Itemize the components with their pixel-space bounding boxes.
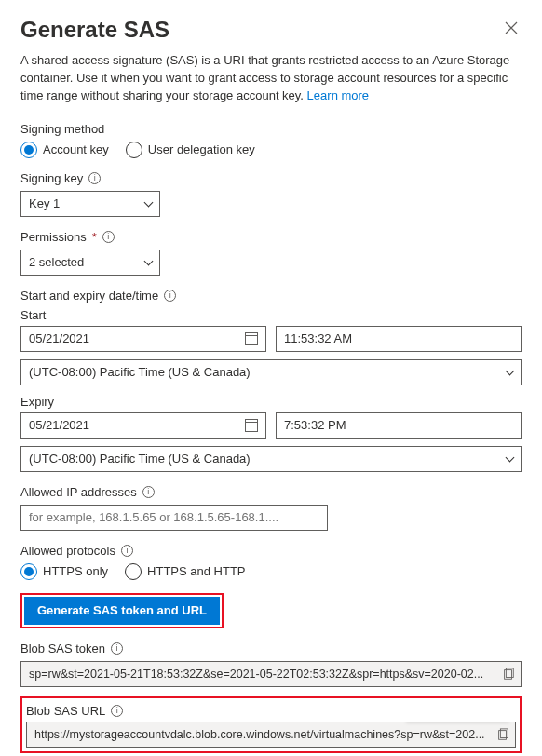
datetime-section-label: Start and expiry date/time bbox=[20, 289, 158, 303]
radio-account-key-label: Account key bbox=[43, 142, 109, 156]
expiry-timezone-select[interactable]: (UTC-08:00) Pacific Time (US & Canada) bbox=[20, 446, 522, 472]
radio-https-and-http-label: HTTPS and HTTP bbox=[147, 564, 245, 578]
blob-sas-token-value: sp=rw&st=2021-05-21T18:53:32Z&se=2021-05… bbox=[29, 668, 483, 681]
info-icon[interactable]: i bbox=[142, 486, 155, 498]
blob-sas-url-value: https://mystorageaccountvdalc.blob.core.… bbox=[34, 728, 485, 741]
permissions-label: Permissions bbox=[20, 230, 87, 244]
blob-sas-url-label: Blob SAS URL bbox=[26, 704, 105, 718]
chevron-down-icon bbox=[144, 257, 154, 266]
expiry-date-value: 05/21/2021 bbox=[29, 418, 89, 432]
radio-user-delegation-key-label: User delegation key bbox=[148, 142, 255, 156]
signing-key-select[interactable]: Key 1 bbox=[20, 191, 160, 217]
start-time-input[interactable]: 11:53:32 AM bbox=[276, 326, 522, 352]
chevron-down-icon bbox=[506, 367, 515, 376]
radio-icon bbox=[20, 563, 37, 580]
radio-https-and-http[interactable]: HTTPS and HTTP bbox=[125, 563, 245, 580]
radio-icon bbox=[20, 142, 37, 158]
blob-sas-token-label: Blob SAS token bbox=[20, 641, 105, 655]
expiry-timezone-value: (UTC-08:00) Pacific Time (US & Canada) bbox=[29, 452, 251, 466]
highlight-blob-sas-url: Blob SAS URL i https://mystorageaccountv… bbox=[20, 696, 522, 753]
chevron-down-icon bbox=[506, 453, 515, 463]
calendar-icon bbox=[245, 332, 258, 345]
radio-https-only[interactable]: HTTPS only bbox=[20, 563, 108, 580]
start-date-input[interactable]: 05/21/2021 bbox=[20, 326, 266, 352]
radio-icon bbox=[126, 142, 142, 158]
description-body: A shared access signature (SAS) is a URI… bbox=[20, 53, 509, 102]
info-icon[interactable]: i bbox=[111, 642, 123, 655]
allowed-ip-label: Allowed IP addresses bbox=[20, 485, 137, 499]
permissions-value: 2 selected bbox=[29, 255, 84, 269]
allowed-protocols-label: Allowed protocols bbox=[20, 544, 115, 558]
signing-key-label: Signing key bbox=[20, 171, 83, 185]
blob-sas-url-output[interactable]: https://mystorageaccountvdalc.blob.core.… bbox=[26, 722, 516, 748]
chevron-down-icon bbox=[144, 198, 154, 208]
expiry-time-input[interactable]: 7:53:32 PM bbox=[276, 412, 522, 439]
info-icon[interactable]: i bbox=[121, 545, 133, 557]
info-icon[interactable]: i bbox=[164, 290, 176, 302]
radio-account-key[interactable]: Account key bbox=[20, 142, 109, 158]
info-icon[interactable]: i bbox=[102, 231, 115, 243]
learn-more-link[interactable]: Learn more bbox=[307, 88, 369, 102]
start-timezone-select[interactable]: (UTC-08:00) Pacific Time (US & Canada) bbox=[20, 359, 522, 385]
start-label: Start bbox=[20, 308, 522, 322]
permissions-select[interactable]: 2 selected bbox=[20, 250, 160, 276]
copy-icon[interactable] bbox=[502, 668, 515, 681]
signing-method-label: Signing method bbox=[20, 122, 522, 136]
blob-sas-token-output[interactable]: sp=rw&st=2021-05-21T18:53:32Z&se=2021-05… bbox=[20, 661, 522, 687]
allowed-ip-input[interactable] bbox=[20, 505, 328, 531]
required-indicator: * bbox=[92, 230, 97, 244]
info-icon[interactable]: i bbox=[111, 705, 123, 717]
generate-sas-button[interactable]: Generate SAS token and URL bbox=[24, 597, 220, 625]
dialog-title: Generate SAS bbox=[20, 17, 501, 43]
radio-user-delegation-key[interactable]: User delegation key bbox=[126, 142, 255, 158]
signing-key-value: Key 1 bbox=[29, 196, 60, 210]
highlight-generate-button: Generate SAS token and URL bbox=[20, 593, 224, 628]
calendar-icon bbox=[245, 419, 258, 432]
description-text: A shared access signature (SAS) is a URI… bbox=[20, 52, 522, 105]
copy-icon[interactable] bbox=[496, 728, 509, 741]
expiry-label: Expiry bbox=[20, 395, 522, 409]
radio-https-only-label: HTTPS only bbox=[43, 564, 108, 578]
info-icon[interactable]: i bbox=[88, 172, 101, 184]
start-time-value: 11:53:32 AM bbox=[284, 331, 352, 345]
expiry-time-value: 7:53:32 PM bbox=[284, 418, 346, 432]
expiry-date-input[interactable]: 05/21/2021 bbox=[20, 412, 266, 439]
radio-icon bbox=[125, 563, 142, 580]
start-timezone-value: (UTC-08:00) Pacific Time (US & Canada) bbox=[29, 365, 251, 379]
start-date-value: 05/21/2021 bbox=[29, 331, 89, 345]
close-button[interactable] bbox=[501, 18, 522, 42]
